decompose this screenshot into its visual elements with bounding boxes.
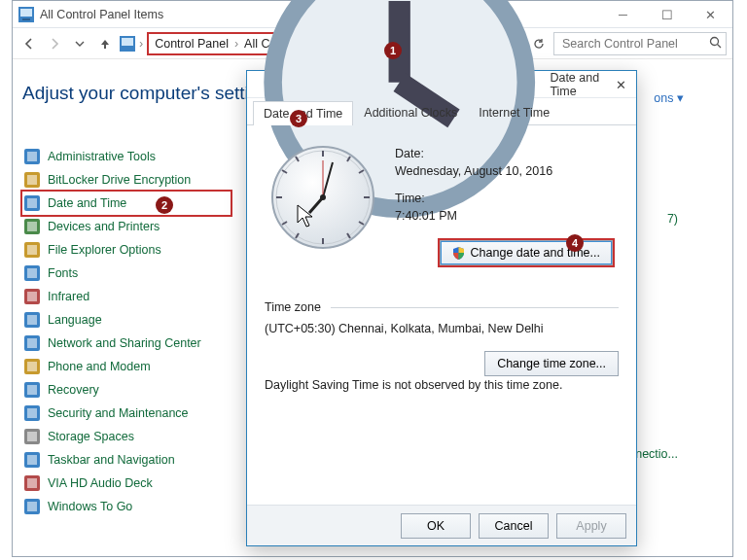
analog-clock	[268, 143, 377, 252]
control-panel-item[interactable]: Infrared	[24, 285, 229, 308]
maximize-button[interactable]: ☐	[645, 1, 689, 28]
svg-rect-28	[27, 385, 37, 395]
item-label: Phone and Modem	[48, 360, 151, 373]
control-panel-item[interactable]: Fonts	[24, 262, 229, 285]
chevron-right-icon: ›	[234, 37, 238, 51]
item-icon	[24, 359, 40, 374]
dialog-titlebar: Date and Time ✕	[247, 71, 636, 98]
control-panel-items: Administrative ToolsBitLocker Drive Encr…	[24, 145, 229, 518]
svg-line-6	[718, 44, 722, 48]
date-time-dialog: Date and Time ✕ Date and Time Additional…	[246, 70, 637, 546]
svg-rect-18	[27, 268, 37, 278]
control-panel-item[interactable]: BitLocker Drive Encryption	[24, 168, 229, 192]
change-timezone-button[interactable]: Change time zone...	[484, 351, 619, 376]
item-label: Security and Maintenance	[48, 406, 189, 420]
truncated-item[interactable]: 7)	[667, 212, 678, 226]
page-bleed-right	[735, 0, 747, 560]
item-icon	[24, 149, 40, 164]
timezone-value: (UTC+05:30) Chennai, Kolkata, Mumbai, Ne…	[265, 322, 619, 335]
forward-button[interactable]	[44, 33, 65, 54]
date-time-info: Date: Wednesday, August 10, 2016 Time: 7…	[395, 143, 615, 267]
back-button[interactable]	[18, 33, 40, 54]
tab-internet-time[interactable]: Internet Time	[468, 100, 560, 124]
svg-rect-4	[122, 38, 133, 46]
control-panel-item[interactable]: Date and Time	[24, 192, 229, 215]
svg-rect-38	[27, 502, 37, 511]
svg-rect-2	[22, 18, 30, 20]
item-label: Devices and Printers	[48, 220, 160, 233]
control-panel-item[interactable]: Administrative Tools	[24, 145, 229, 168]
item-icon	[24, 475, 40, 491]
control-panel-item[interactable]: Language	[24, 308, 229, 332]
control-panel-item[interactable]: Phone and Modem	[24, 355, 229, 378]
change-date-time-button[interactable]: Change date and time...	[440, 240, 613, 265]
item-label: Windows To Go	[48, 500, 132, 513]
uac-shield-icon	[452, 247, 465, 260]
control-panel-item[interactable]: Taskbar and Navigation	[24, 448, 229, 472]
up-button[interactable]	[94, 33, 116, 54]
svg-rect-30	[27, 408, 37, 418]
item-label: Recovery	[48, 383, 99, 397]
date-value: Wednesday, August 10, 2016	[395, 164, 615, 178]
item-icon	[24, 382, 40, 398]
item-label: Date and Time	[48, 196, 126, 210]
control-panel-item[interactable]: Security and Maintenance	[24, 402, 229, 425]
chevron-down-icon: ▾	[677, 91, 684, 105]
item-icon	[24, 195, 40, 211]
ok-button[interactable]: OK	[401, 513, 471, 539]
control-panel-item[interactable]: Windows To Go	[24, 495, 229, 518]
item-label: Storage Spaces	[48, 430, 134, 443]
dialog-button-row: OK Cancel Apply	[247, 505, 636, 545]
recent-locations-button[interactable]	[69, 33, 90, 54]
svg-rect-24	[27, 338, 37, 348]
search-icon	[709, 36, 722, 52]
control-panel-item[interactable]: Storage Spaces	[24, 425, 229, 448]
dialog-body: Date: Wednesday, August 10, 2016 Time: 7…	[257, 129, 626, 503]
svg-rect-16	[27, 245, 37, 255]
cancel-button[interactable]: Cancel	[479, 513, 549, 539]
dialog-close-button[interactable]: ✕	[611, 75, 630, 94]
item-icon	[24, 335, 40, 351]
control-panel-item[interactable]: File Explorer Options	[24, 238, 229, 262]
control-panel-item[interactable]: Recovery	[24, 378, 229, 402]
svg-rect-32	[27, 432, 37, 441]
minimize-button[interactable]: ─	[601, 1, 645, 28]
breadcrumb-root[interactable]: Control Panel	[155, 37, 229, 51]
control-panel-item[interactable]: Devices and Printers	[24, 215, 229, 238]
control-panel-item[interactable]: VIA HD Audio Deck	[24, 472, 229, 495]
svg-rect-34	[27, 455, 37, 465]
timezone-section-header: Time zone	[265, 300, 619, 314]
search-box[interactable]	[553, 32, 727, 55]
svg-rect-26	[27, 362, 37, 371]
time-label: Time:	[395, 192, 615, 205]
date-label: Date:	[395, 147, 615, 160]
svg-rect-20	[27, 292, 37, 301]
svg-rect-14	[27, 222, 37, 231]
callout-3: 3	[290, 110, 307, 127]
page-bleed-left	[0, 0, 12, 560]
search-input[interactable]	[560, 36, 706, 52]
tab-additional-clocks[interactable]: Additional Clocks	[353, 100, 468, 124]
item-label: Administrative Tools	[48, 150, 156, 163]
truncated-item[interactable]: nectio...	[635, 447, 678, 461]
view-by-menu[interactable]: ons ▾	[654, 90, 684, 105]
item-icon	[24, 429, 40, 444]
window-title: All Control Panel Items	[40, 8, 163, 21]
item-icon	[24, 312, 40, 328]
item-label: Language	[48, 313, 102, 327]
control-panel-icon	[18, 7, 34, 22]
item-icon	[24, 452, 40, 468]
item-icon	[24, 405, 40, 421]
item-icon	[24, 265, 40, 281]
svg-point-5	[711, 37, 719, 45]
svg-rect-10	[27, 175, 37, 185]
close-button[interactable]: ✕	[689, 1, 732, 28]
svg-rect-11	[24, 195, 40, 211]
item-icon	[24, 242, 40, 258]
callout-2: 2	[156, 196, 173, 214]
dst-note: Daylight Saving Time is not observed by …	[265, 378, 619, 392]
time-value: 7:40:01 PM	[395, 209, 615, 223]
divider	[331, 307, 619, 308]
apply-button[interactable]: Apply	[556, 513, 626, 539]
control-panel-item[interactable]: Network and Sharing Center	[24, 332, 229, 355]
